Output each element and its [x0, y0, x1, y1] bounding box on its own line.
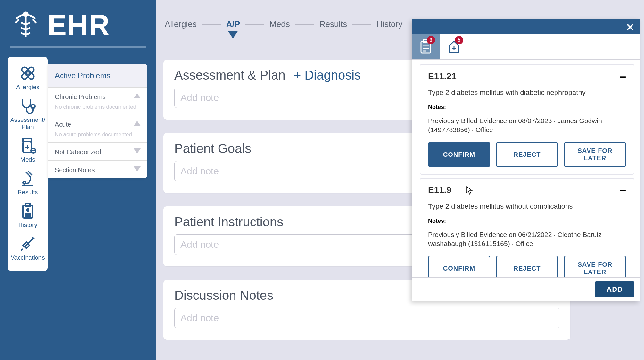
- clipboard-icon: [17, 202, 38, 220]
- nav-column: Allergies Assessment/ Plan: [8, 57, 48, 271]
- logo-underline: [10, 46, 146, 48]
- diagnosis-header: E11.9 –: [428, 185, 626, 195]
- panel-body[interactable]: E11.21 – Type 2 diabetes mellitus with d…: [412, 60, 640, 277]
- subpanel-empty-text: No chronic problems documented: [55, 104, 140, 110]
- nav-assessment-plan[interactable]: Assessment/ Plan: [10, 96, 45, 130]
- svg-point-3: [26, 71, 27, 72]
- app-logo: EHR: [0, 0, 156, 45]
- notes-header: Notes:: [428, 104, 626, 111]
- svg-point-5: [26, 74, 27, 75]
- problems-subpanel: Active Problems Chronic Problems No chro…: [48, 64, 147, 178]
- app-logo-text: EHR: [47, 9, 110, 42]
- diagnosis-notes: Previously Billed Evidence on 08/07/2023…: [428, 116, 626, 134]
- tab-separator: [202, 24, 221, 25]
- close-icon[interactable]: ✕: [626, 21, 634, 33]
- tab-allergies[interactable]: Allergies: [163, 19, 198, 29]
- subpanel-section-notes[interactable]: Section Notes: [48, 161, 147, 178]
- diagnosis-actions: CONFIRM REJECT SAVE FOR LATER: [428, 142, 626, 167]
- subpanel-not-categorized[interactable]: Not Categorized: [48, 143, 147, 161]
- diagnosis-description: Type 2 diabetes mellitus without complic…: [428, 202, 626, 211]
- nav-results[interactable]: Results: [17, 169, 38, 196]
- nav-label: Allergies: [16, 84, 39, 91]
- save-later-button[interactable]: SAVE FOR LATER: [564, 142, 626, 167]
- stethoscope-icon: [17, 96, 38, 115]
- triangle-up-icon: [134, 93, 141, 98]
- pill-bottle-icon: [17, 136, 38, 155]
- reject-button[interactable]: REJECT: [496, 256, 558, 277]
- panel-tab-clipboard[interactable]: 3: [412, 34, 440, 59]
- nav-meds[interactable]: Meds: [17, 136, 38, 163]
- active-tab-arrow-icon: [228, 31, 238, 38]
- tab-separator: [352, 24, 371, 25]
- svg-point-6: [29, 74, 30, 75]
- diagnosis-card: E11.9 – Type 2 diabetes mellitus without…: [420, 178, 634, 277]
- nav-label: History: [17, 222, 38, 229]
- subpanel-label: Not Categorized: [55, 148, 140, 156]
- badge-count: 5: [455, 36, 463, 44]
- subpanel-label: Acute: [55, 121, 140, 128]
- svg-point-4: [29, 71, 30, 72]
- top-tabs: Allergies A/P Meds Results History: [163, 19, 404, 29]
- subpanel-label: Section Notes: [55, 166, 140, 174]
- microscope-icon: [17, 169, 38, 188]
- subpanel-label: Chronic Problems: [55, 93, 140, 101]
- diagnosis-code: E11.9: [428, 185, 451, 195]
- save-later-button[interactable]: SAVE FOR LATER: [564, 256, 626, 277]
- tab-ap[interactable]: A/P: [225, 19, 241, 29]
- confirm-button[interactable]: CONFIRM: [428, 142, 490, 167]
- subpanel-label: Active Problems: [55, 71, 110, 80]
- notes-header: Notes:: [428, 218, 626, 224]
- tab-results[interactable]: Results: [318, 19, 349, 29]
- caduceus-icon: [10, 10, 42, 42]
- nav-label: Vaccinations: [11, 254, 45, 261]
- panel-tabs: 3 5: [412, 34, 640, 60]
- add-button[interactable]: ADD: [595, 281, 634, 297]
- tab-separator: [245, 24, 264, 25]
- badge-count: 3: [427, 36, 435, 44]
- nav-label: Results: [17, 189, 38, 196]
- sidebar: EHR Allergies Assessm: [0, 0, 156, 360]
- card-title-text: Assessment & Plan: [174, 68, 285, 82]
- panel-tab-home[interactable]: 5: [440, 34, 468, 59]
- reject-button[interactable]: REJECT: [496, 142, 558, 167]
- subpanel-active-problems[interactable]: Active Problems: [48, 64, 147, 88]
- subpanel-chronic[interactable]: Chronic Problems No chronic problems doc…: [48, 88, 147, 115]
- tab-label: A/P: [226, 19, 240, 29]
- collapse-icon[interactable]: –: [620, 187, 626, 193]
- panel-header: ✕: [412, 19, 640, 34]
- diagnosis-card: E11.21 – Type 2 diabetes mellitus with d…: [420, 64, 634, 175]
- nav-label: Meds: [17, 156, 38, 163]
- nav-label: Assessment/ Plan: [10, 116, 45, 130]
- add-diagnosis-link[interactable]: + Diagnosis: [293, 68, 361, 82]
- nav-history[interactable]: History: [17, 202, 38, 229]
- triangle-down-icon: [134, 166, 141, 172]
- nav-vaccinations[interactable]: Vaccinations: [11, 234, 45, 261]
- bandage-icon: [17, 64, 38, 82]
- tab-separator: [295, 24, 314, 25]
- diagnosis-description: Type 2 diabetes mellitus with diabetic n…: [428, 88, 626, 97]
- diagnosis-code: E11.21: [428, 71, 457, 81]
- panel-footer: ADD: [412, 277, 640, 301]
- diagnosis-notes: Previously Billed Evidence on 06/21/2022…: [428, 230, 626, 248]
- discussion-note-input[interactable]: [174, 308, 559, 328]
- confirm-button[interactable]: CONFIRM: [428, 256, 490, 277]
- nav-allergies[interactable]: Allergies: [16, 64, 39, 91]
- diagnosis-panel: ✕ 3 5 E11.21 – Type 2 diabetes mellitus …: [412, 19, 640, 301]
- diagnosis-header: E11.21 –: [428, 71, 626, 81]
- syringe-icon: [17, 234, 38, 253]
- subpanel-acute[interactable]: Acute No acute problems documented: [48, 115, 147, 143]
- subpanel-empty-text: No acute problems documented: [55, 131, 140, 138]
- diagnosis-actions: CONFIRM REJECT SAVE FOR LATER: [428, 256, 626, 277]
- triangle-up-icon: [134, 121, 141, 126]
- tab-history[interactable]: History: [375, 19, 404, 29]
- collapse-icon[interactable]: –: [620, 73, 626, 80]
- svg-point-11: [23, 181, 26, 184]
- tab-meds[interactable]: Meds: [268, 19, 291, 29]
- triangle-down-icon: [134, 148, 141, 154]
- svg-point-7: [31, 105, 35, 108]
